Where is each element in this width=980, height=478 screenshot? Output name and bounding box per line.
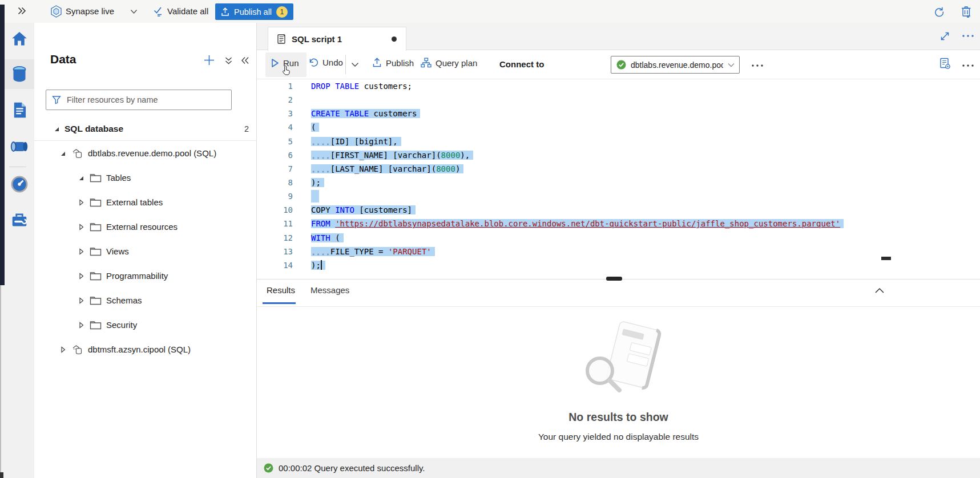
nav-manage[interactable] (5, 205, 34, 234)
validate-all-button[interactable]: Validate all (167, 6, 208, 16)
line-number: 1 (257, 82, 293, 91)
unsaved-changes-dot (392, 37, 397, 42)
selection-highlight: FILE_TYPE = 'PARQUET' (311, 247, 435, 256)
code-line-3: 3CREATE TABLE customers (257, 107, 980, 120)
code-line-9: 9 (257, 189, 980, 203)
chevron-up-icon[interactable] (874, 287, 885, 294)
tree-item-security[interactable]: Security (34, 313, 257, 337)
publish-all-button[interactable]: Publish all 1 (215, 3, 293, 20)
tab-more-icon[interactable] (962, 34, 974, 38)
code-token (311, 151, 330, 160)
mouse-hand-cursor (282, 65, 293, 77)
tab-sql-script-1[interactable]: SQL script 1 (268, 27, 406, 51)
code-token: [LAST_NAME] [varchar]( (330, 164, 436, 173)
code-token: CREATE TABLE (311, 109, 369, 118)
trash-icon[interactable] (961, 5, 972, 18)
properties-document-gear-icon[interactable] (938, 57, 952, 71)
triangle-collapsed-icon[interactable] (77, 224, 84, 230)
rail-corner-mark (0, 472, 3, 478)
line-content: WITH ( (311, 233, 344, 242)
empty-state-subtitle: Your query yielded no displayable result… (257, 432, 980, 442)
line-content: COPY INTO [customers] (311, 205, 416, 214)
pool-select-dropdown[interactable]: dbtlabs.revenue.demo.pool (611, 56, 740, 74)
code-line-2: 2 (257, 93, 980, 107)
tree-item-tables[interactable]: Tables (34, 165, 257, 190)
tab-messages[interactable]: Messages (310, 285, 349, 295)
code-token: ( (311, 123, 316, 132)
selection-highlight: COPY INTO [customers] (311, 205, 416, 214)
query-plan-button[interactable]: Query plan (421, 58, 477, 68)
triangle-collapsed-icon[interactable] (77, 248, 84, 255)
sql-pool-icon (71, 148, 83, 159)
nav-data[interactable] (5, 59, 34, 89)
double-chevron-left-icon[interactable] (240, 56, 250, 65)
triangle-expanded-icon[interactable] (53, 125, 60, 132)
triangle-expanded-icon[interactable] (77, 175, 84, 181)
line-number: 7 (257, 164, 293, 173)
chevron-down-icon[interactable] (130, 9, 138, 14)
tree-item-programmability[interactable]: Programmability (34, 264, 257, 288)
integrate-pipeline-icon (10, 139, 29, 154)
triangle-expanded-icon[interactable] (59, 150, 66, 157)
line-number: 6 (257, 151, 293, 160)
folder-icon (90, 173, 102, 183)
line-number: 4 (257, 123, 293, 132)
tree-item-external-resources[interactable]: External resources (34, 214, 257, 239)
results-active-underline (263, 302, 296, 304)
code-token: COPY (311, 205, 335, 214)
triangle-collapsed-icon[interactable] (77, 322, 84, 329)
rail-dark-strip (0, 5, 5, 285)
tree-item-views[interactable]: Views (34, 239, 257, 264)
line-number: 13 (257, 247, 293, 256)
toolbar-far-more-icon[interactable] (962, 64, 974, 67)
upload-icon (221, 7, 229, 17)
tree-item-label: Views (106, 246, 129, 256)
undo-button[interactable]: Undo (308, 58, 343, 67)
add-resource-button[interactable] (203, 54, 215, 66)
toolbar-more-icon[interactable] (751, 64, 764, 67)
query-status-bar: 00:00:02 Query executed successfully. (257, 458, 980, 478)
dropdown-chevron-icon (728, 63, 735, 67)
tree-item-external-tables[interactable]: External tables (34, 190, 257, 214)
nav-home[interactable] (5, 24, 34, 54)
tree-item-schemas[interactable]: Schemas (34, 288, 257, 313)
selection-highlight: ( (311, 123, 319, 132)
triangle-collapsed-icon[interactable] (59, 346, 66, 353)
filter-resources-input[interactable] (66, 95, 227, 105)
sql-code-editor[interactable]: 1DROP TABLE customers;23CREATE TABLE cus… (257, 79, 980, 302)
refresh-icon[interactable] (933, 6, 945, 18)
status-message: 00:00:02 Query executed successfully. (279, 463, 425, 473)
code-line-7: 7 [LAST_NAME] [varchar](8000) (257, 162, 980, 176)
line-content: ( (311, 123, 319, 132)
triangle-collapsed-icon[interactable] (77, 297, 84, 304)
run-options-chevron-icon[interactable] (351, 62, 359, 67)
rail-divider (9, 167, 26, 167)
expand-editor-icon[interactable] (940, 31, 950, 41)
line-content: CREATE TABLE customers (311, 109, 420, 118)
line-number: 14 (257, 261, 293, 270)
double-chevron-right-icon[interactable] (17, 6, 26, 15)
publish-button[interactable]: Publish (372, 58, 414, 68)
nav-monitor[interactable] (5, 169, 34, 199)
code-token: customers; (359, 82, 412, 91)
sql-script-icon (276, 34, 287, 44)
tab-results[interactable]: Results (267, 285, 295, 295)
line-content: FILE_TYPE = 'PARQUET' (311, 247, 435, 256)
nav-integrate[interactable] (5, 132, 34, 161)
nav-develop[interactable] (5, 95, 34, 125)
selection-highlight: ); (311, 261, 325, 270)
editor-tab-strip: SQL script 1 (257, 23, 980, 50)
tree-item-dbtmsft-azsyn-cipool-sql[interactable]: dbtmsft.azsyn.cipool (SQL) (34, 337, 257, 362)
synapse-logo-icon (50, 5, 62, 18)
tree-item-label: External resources (106, 222, 178, 232)
tree-item-dbtlabs-revenue-demo-pool-sql[interactable]: dbtlabs.revenue.demo.pool (SQL) (34, 141, 257, 165)
line-content: [LAST_NAME] [varchar](8000) (311, 164, 463, 173)
double-chevron-down-icon[interactable] (224, 56, 233, 65)
tree-item-sql-database[interactable]: SQL database2 (34, 116, 257, 141)
synapse-mode-selector[interactable]: Synapse live (66, 6, 114, 16)
home-icon (11, 31, 28, 47)
triangle-collapsed-icon[interactable] (77, 199, 84, 206)
triangle-collapsed-icon[interactable] (77, 273, 84, 279)
selection-highlight: [FIRST_NAME] [varchar](8000), (311, 151, 473, 160)
line-number: 3 (257, 109, 293, 118)
